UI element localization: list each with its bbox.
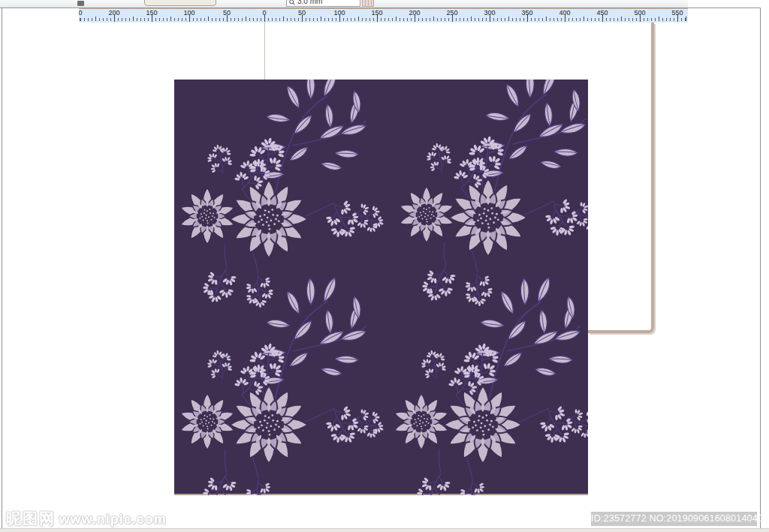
site-name: 昵图网 <box>6 510 56 527</box>
flower-motif-top-left <box>179 80 391 310</box>
ruler-major-tick <box>565 15 565 22</box>
workspace-bottom-edge <box>0 528 769 532</box>
image-id-text: ID:23572772 NO:20190906160801404031 <box>591 513 769 524</box>
repeat-frame[interactable] <box>588 23 654 333</box>
workspace-right-border <box>760 8 761 528</box>
workspace-left-border <box>2 8 2 528</box>
site-url: www.nipic.com <box>59 512 166 527</box>
ruler-major-tick <box>452 15 453 22</box>
ruler-major-tick <box>152 15 152 22</box>
ruler-major-tick <box>677 15 678 22</box>
flower-motif-bottom-left <box>179 277 391 495</box>
ruler-label: 250 <box>79 9 83 17</box>
design-app-window: 3.0 mm 250200150100500501001502002503003… <box>0 0 769 532</box>
ruler-major-tick <box>114 15 115 22</box>
ruler-major-tick <box>264 15 265 22</box>
ruler-major-tick <box>189 15 190 22</box>
toolbar-tab-fragment <box>77 1 84 6</box>
grid-button-fragment[interactable] <box>362 0 374 7</box>
ruler-major-tick <box>227 15 228 22</box>
guide-line[interactable] <box>264 23 265 80</box>
horizontal-ruler[interactable]: 2502001501005005010015020025030035040045… <box>79 8 688 23</box>
image-id-badge: ID:23572772 NO:20190906160801404031 <box>591 512 757 526</box>
toolbar-strip: 3.0 mm <box>0 0 688 8</box>
ruler-major-tick <box>602 15 603 22</box>
magnifier-icon <box>289 0 295 5</box>
site-watermark: 昵图网 www.nipic.com <box>6 509 167 527</box>
ruler-major-tick <box>302 15 303 22</box>
measure-value: 3.0 mm <box>297 0 322 5</box>
ruler-major-tick <box>527 15 528 22</box>
ruler-major-tick <box>490 15 490 22</box>
ruler-major-tick <box>415 15 415 22</box>
ruler-major-tick <box>640 15 641 22</box>
measure-input[interactable]: 3.0 mm <box>286 0 360 7</box>
ruler-major-tick <box>377 15 378 22</box>
pattern-canvas[interactable] <box>174 80 588 495</box>
toolbar-dropdown-fragment[interactable] <box>144 0 216 6</box>
ruler-major-tick <box>339 15 340 22</box>
flower-motif-top-right <box>399 80 588 308</box>
flower-motif-bottom-right <box>394 277 588 495</box>
floral-pattern-artwork <box>174 80 588 495</box>
ruler-mid-ticks <box>79 17 688 21</box>
